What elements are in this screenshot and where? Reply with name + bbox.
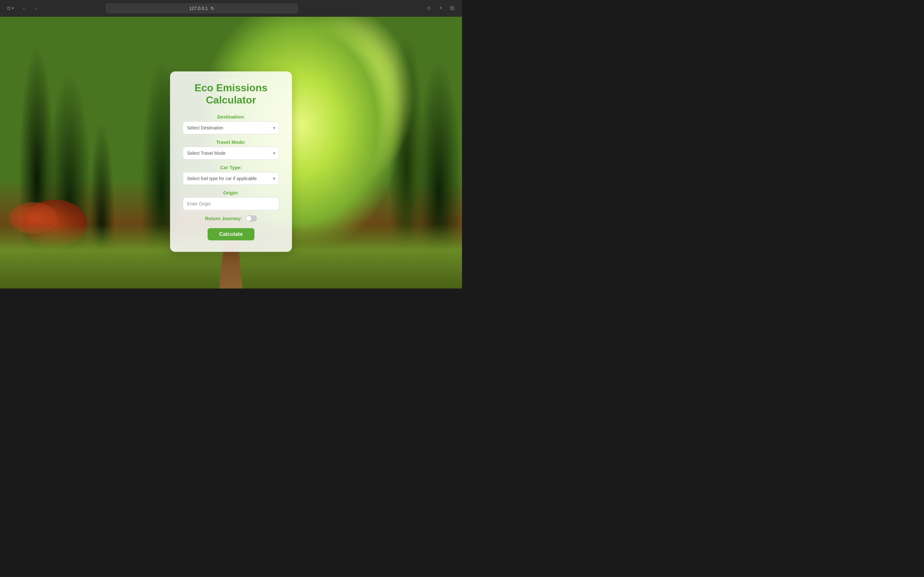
- app-title: Eco Emissions Calculator: [183, 82, 279, 106]
- calculator-card-container: Eco Emissions Calculator Destination: Se…: [170, 71, 292, 252]
- destination-select-wrapper: Select Destination: [183, 121, 279, 134]
- car-type-group: Car Type: Select fuel type for car if ap…: [183, 165, 279, 185]
- url-text: 127.0.0.1: [189, 6, 208, 11]
- sidebar-toggle-button[interactable]: ⊡ ▾: [5, 5, 16, 12]
- travel-mode-group: Travel Mode: Select Travel Mode: [183, 139, 279, 160]
- title-line1: Eco Emissions: [194, 82, 268, 93]
- car-type-label: Car Type:: [183, 165, 279, 170]
- travel-mode-label: Travel Mode:: [183, 139, 279, 145]
- destination-select[interactable]: Select Destination: [183, 121, 279, 134]
- reload-button[interactable]: ↻: [210, 6, 214, 11]
- car-type-select[interactable]: Select fuel type for car if applicable: [183, 172, 279, 185]
- title-line2: Calculator: [206, 94, 256, 106]
- return-journey-label: Return Journey:: [205, 216, 242, 221]
- new-tab-button[interactable]: +: [436, 4, 445, 13]
- share-button[interactable]: ⎋: [425, 4, 434, 13]
- travel-mode-select[interactable]: Select Travel Mode: [183, 147, 279, 160]
- origin-input[interactable]: [183, 197, 279, 210]
- calculate-button[interactable]: Calculate: [208, 228, 254, 240]
- address-bar[interactable]: 127.0.0.1 ↻: [105, 3, 298, 13]
- page-background: Eco Emissions Calculator Destination: Se…: [0, 17, 462, 288]
- sidebar-icon: ⊡: [7, 6, 11, 11]
- destination-group: Destination: Select Destination: [183, 114, 279, 134]
- destination-label: Destination:: [183, 114, 279, 119]
- forward-button[interactable]: ›: [31, 4, 40, 13]
- back-button[interactable]: ‹: [19, 4, 29, 13]
- travel-mode-select-wrapper: Select Travel Mode: [183, 147, 279, 160]
- origin-label: Origin:: [183, 190, 279, 195]
- calculator-card: Eco Emissions Calculator Destination: Se…: [170, 71, 292, 252]
- return-journey-row: Return Journey:: [183, 215, 279, 222]
- browser-action-buttons: ⎋ + ⧉: [425, 4, 457, 13]
- browser-chrome: ⊡ ▾ ‹ › 127.0.0.1 ↻ ⎋ + ⧉: [0, 0, 462, 17]
- tabs-button[interactable]: ⧉: [448, 4, 457, 13]
- return-journey-toggle[interactable]: [246, 215, 257, 222]
- car-type-select-wrapper: Select fuel type for car if applicable: [183, 172, 279, 185]
- origin-group: Origin:: [183, 190, 279, 210]
- browser-nav-controls: ‹ ›: [19, 4, 40, 13]
- chevron-down-icon: ▾: [12, 6, 14, 10]
